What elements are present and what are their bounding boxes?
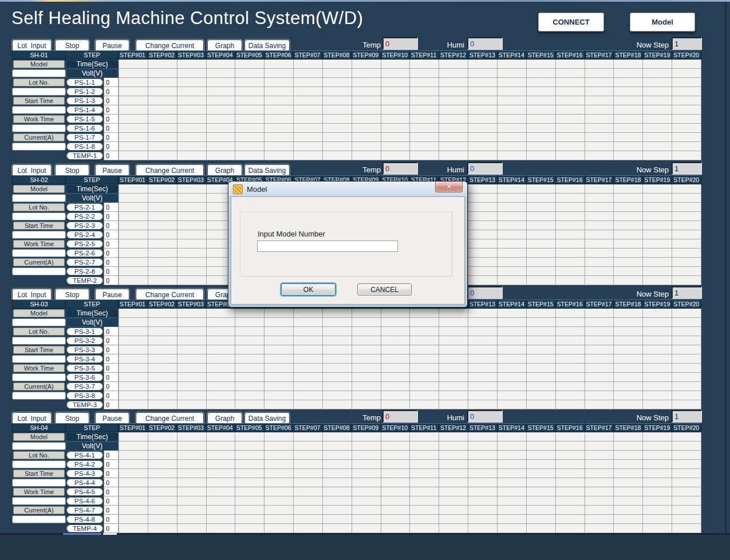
ps-channel-button-ps-3-2[interactable]: PS-3-2 (66, 337, 103, 345)
left-input-start-time[interactable] (12, 231, 66, 239)
ps-channel-button-ps-4-7[interactable]: PS-4-7 (66, 506, 103, 514)
stop-button[interactable]: Stop (55, 289, 89, 301)
ps-channel-button-temp-1[interactable]: TEMP-1 (66, 152, 103, 160)
change-current-button[interactable]: Change Current (136, 164, 204, 176)
ps-channel-button-ps-2-1[interactable]: PS-2-1 (66, 203, 103, 211)
data-saving-button[interactable]: Data Saving (244, 164, 290, 176)
ps-channel-button-ps-1-6[interactable]: PS-1-6 (66, 124, 103, 132)
pause-button[interactable]: Pause (95, 289, 129, 301)
connect-button[interactable]: CONNECT (538, 13, 604, 31)
ps-channel-button-ps-2-5[interactable]: PS-2-5 (66, 240, 103, 248)
stop-button[interactable]: Stop (55, 40, 89, 52)
ps-channel-button-ps-2-4[interactable]: PS-2-4 (66, 231, 103, 239)
grid-cell (177, 96, 207, 105)
stop-button[interactable]: Stop (55, 164, 89, 176)
left-input-start-time[interactable] (12, 106, 66, 114)
left-input-work-time[interactable] (12, 249, 66, 257)
left-input-work-time[interactable] (12, 124, 66, 132)
left-input-current-a[interactable] (12, 515, 66, 523)
ps-channel-button-ps-1-2[interactable]: PS-1-2 (66, 88, 103, 96)
left-input-model[interactable] (12, 194, 66, 202)
ps-channel-button-ps-3-4[interactable]: PS-3-4 (66, 355, 103, 363)
left-input-work-time[interactable] (12, 497, 66, 505)
data-saving-button[interactable]: Data Saving (244, 412, 290, 424)
ps-channel-button-ps-4-4[interactable]: PS-4-4 (66, 479, 103, 487)
grid-cell (527, 124, 556, 133)
change-current-button[interactable]: Change Current (136, 412, 204, 424)
ps-channel-button-ps-3-5[interactable]: PS-3-5 (66, 364, 103, 372)
grid-cell (265, 60, 294, 69)
lot-input-button[interactable]: Lot Input (12, 289, 52, 301)
ps-channel-button-ps-1-5[interactable]: PS-1-5 (66, 115, 103, 123)
lot-input-button[interactable]: Lot Input (12, 40, 52, 52)
grid-cell (410, 524, 439, 533)
left-input-work-time[interactable] (12, 373, 66, 381)
ps-channel-button-ps-4-1[interactable]: PS-4-1 (66, 451, 103, 459)
change-current-button[interactable]: Change Current (136, 40, 204, 52)
pause-button[interactable]: Pause (95, 412, 129, 424)
left-input-model[interactable] (12, 442, 66, 450)
ps-channel-button-ps-2-3[interactable]: PS-2-3 (66, 222, 103, 230)
ps-channel-button-temp-3[interactable]: TEMP-3 (66, 401, 103, 409)
graph-button[interactable]: Graph (207, 164, 242, 176)
left-input-start-time[interactable] (12, 355, 66, 363)
ps-channel-button-ps-4-6[interactable]: PS-4-6 (66, 497, 103, 505)
cancel-button[interactable]: CANCEL (357, 283, 412, 295)
grid-cell (119, 203, 148, 212)
left-input-start-time[interactable] (12, 479, 66, 487)
stop-button[interactable]: Stop (55, 412, 89, 424)
grid-cell (148, 391, 177, 400)
grid-cell (527, 230, 556, 239)
ps-channel-button-ps-3-3[interactable]: PS-3-3 (66, 346, 103, 354)
left-input-model[interactable] (12, 318, 66, 326)
ps-channel-button-ps-3-8[interactable]: PS-3-8 (66, 392, 103, 400)
grid-cell (498, 336, 527, 345)
ps-channel-button-ps-1-8[interactable]: PS-1-8 (66, 143, 103, 151)
ps-channel-button-temp-2[interactable]: TEMP-2 (66, 277, 103, 285)
left-input-lot-no[interactable] (12, 337, 66, 345)
left-input-current-a[interactable] (12, 267, 66, 275)
close-icon[interactable]: ✕ (435, 182, 463, 192)
ok-button[interactable]: OK (281, 283, 336, 295)
now-step-field: 1 (672, 37, 702, 50)
ps-channel-button-ps-4-5[interactable]: PS-4-5 (66, 488, 103, 496)
left-input-lot-no[interactable] (12, 88, 66, 96)
model-number-input[interactable] (257, 240, 398, 252)
left-input-current-a[interactable] (12, 143, 66, 151)
ps-channel-button-ps-1-1[interactable]: PS-1-1 (66, 78, 103, 86)
ps-channel-button-ps-3-7[interactable]: PS-3-7 (66, 382, 103, 391)
ps-channel-button-temp-4[interactable]: TEMP-4 (66, 524, 103, 533)
ps-channel-button-ps-3-6[interactable]: PS-3-6 (66, 373, 103, 381)
left-input-lot-no[interactable] (12, 460, 66, 468)
left-input-lot-no[interactable] (12, 212, 66, 220)
ps-channel-button-ps-1-7[interactable]: PS-1-7 (66, 133, 103, 141)
graph-button[interactable]: Graph (207, 412, 242, 424)
ps-channel-button-ps-2-7[interactable]: PS-2-7 (66, 258, 103, 266)
lot-input-button[interactable]: Lot Input (12, 412, 52, 424)
pause-button[interactable]: Pause (95, 40, 129, 52)
grid-cell (352, 432, 381, 441)
humi-field: 0 (467, 37, 503, 50)
lot-input-button[interactable]: Lot Input (12, 164, 52, 176)
grid-cell (468, 364, 498, 373)
ps-channel-button-ps-3-1[interactable]: PS-3-1 (66, 328, 103, 336)
model-button[interactable]: Model (630, 13, 695, 31)
graph-button[interactable]: Graph (207, 40, 242, 52)
left-input-model[interactable] (12, 69, 66, 77)
ps-channel-button-ps-1-4[interactable]: PS-1-4 (66, 106, 103, 114)
ps-channel-button-ps-2-8[interactable]: PS-2-8 (66, 267, 103, 275)
ps-channel-button-ps-4-3[interactable]: PS-4-3 (66, 470, 103, 478)
left-input-current-a[interactable] (12, 392, 66, 400)
grid-cell (498, 496, 527, 506)
grid-cell (148, 469, 177, 478)
data-saving-button[interactable]: Data Saving (244, 40, 290, 52)
pause-button[interactable]: Pause (95, 164, 129, 176)
step-header-2: STEP#02 (148, 175, 177, 184)
ps-channel-button-ps-4-2[interactable]: PS-4-2 (66, 460, 103, 468)
change-current-button[interactable]: Change Current (136, 289, 204, 301)
ps-channel-button-ps-4-8[interactable]: PS-4-8 (66, 515, 103, 523)
ps-channel-button-ps-1-3[interactable]: PS-1-3 (66, 97, 103, 105)
grid-cell (235, 524, 265, 533)
ps-channel-button-ps-2-2[interactable]: PS-2-2 (66, 212, 103, 220)
ps-channel-button-ps-2-6[interactable]: PS-2-6 (66, 249, 103, 257)
